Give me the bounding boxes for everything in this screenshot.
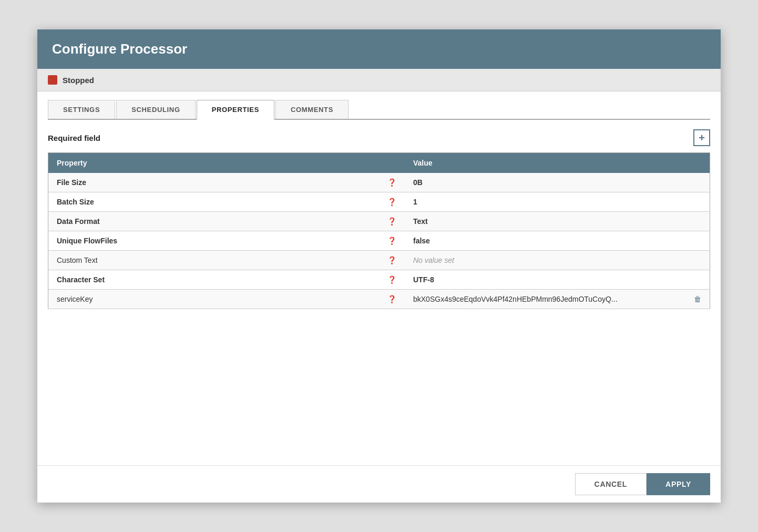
property-action: [685, 251, 710, 270]
table-row: serviceKey❓bkX0SGx4s9ceEqdoVvk4Pf42nHEbP…: [48, 290, 710, 309]
property-name: Batch Size: [48, 192, 380, 212]
property-action: [685, 173, 710, 192]
table-row: Custom Text❓No value set: [48, 251, 710, 270]
status-label: Stopped: [63, 76, 94, 85]
help-icon[interactable]: ❓: [379, 192, 405, 212]
configure-processor-dialog: Configure Processor Stopped SETTINGS SCH…: [37, 29, 721, 503]
status-indicator: [48, 75, 57, 85]
table-row: File Size❓0B: [48, 173, 710, 192]
tabs-container: SETTINGS SCHEDULING PROPERTIES COMMENTS: [48, 100, 710, 120]
help-icon[interactable]: ❓: [379, 212, 405, 231]
property-name: Unique FlowFiles: [48, 231, 380, 251]
property-name: File Size: [48, 173, 380, 192]
table-row: Character Set❓UTF-8: [48, 270, 710, 290]
table-row: Unique FlowFiles❓false: [48, 231, 710, 251]
property-value[interactable]: false: [405, 231, 685, 251]
help-icon[interactable]: ❓: [379, 251, 405, 270]
properties-table: Property Value File Size❓0BBatch Size❓1D…: [48, 152, 710, 309]
property-value[interactable]: Text: [405, 212, 685, 231]
property-value[interactable]: bkX0SGx4s9ceEqdoVvk4Pf42nHEbPMmn96JedmOT…: [405, 290, 685, 309]
status-bar: Stopped: [37, 69, 721, 91]
help-icon[interactable]: ❓: [379, 173, 405, 192]
property-name: Data Format: [48, 212, 380, 231]
table-row: Batch Size❓1: [48, 192, 710, 212]
apply-button[interactable]: APPLY: [647, 473, 710, 495]
property-value[interactable]: 1: [405, 192, 685, 212]
tab-comments[interactable]: COMMENTS: [275, 100, 349, 119]
property-name: serviceKey: [48, 290, 380, 309]
property-value[interactable]: No value set: [405, 251, 685, 270]
dialog-title: Configure Processor: [52, 41, 706, 57]
required-field-label: Required field: [48, 134, 100, 142]
property-action: [685, 270, 710, 290]
add-property-button[interactable]: +: [693, 129, 710, 146]
property-action: [685, 231, 710, 251]
cancel-button[interactable]: CANCEL: [575, 473, 647, 495]
property-col-header: Property: [48, 153, 405, 173]
help-icon[interactable]: ❓: [379, 290, 405, 309]
help-icon[interactable]: ❓: [379, 270, 405, 290]
tab-settings[interactable]: SETTINGS: [48, 100, 115, 119]
table-row: Data Format❓Text: [48, 212, 710, 231]
property-action[interactable]: 🗑: [685, 290, 710, 309]
property-value[interactable]: UTF-8: [405, 270, 685, 290]
value-col-header: Value: [405, 153, 685, 173]
property-value[interactable]: 0B: [405, 173, 685, 192]
property-name: Character Set: [48, 270, 380, 290]
tab-properties[interactable]: PROPERTIES: [197, 100, 274, 120]
property-name: Custom Text: [48, 251, 380, 270]
table-header-row: Property Value: [48, 153, 710, 173]
property-action: [685, 212, 710, 231]
dialog-footer: CANCEL APPLY: [37, 465, 721, 503]
dialog-header: Configure Processor: [37, 29, 721, 69]
required-field-row: Required field +: [48, 129, 710, 146]
content-area: Required field + Property Value File Siz…: [37, 120, 721, 465]
tab-scheduling[interactable]: SCHEDULING: [116, 100, 195, 119]
property-action: [685, 192, 710, 212]
help-icon[interactable]: ❓: [379, 231, 405, 251]
